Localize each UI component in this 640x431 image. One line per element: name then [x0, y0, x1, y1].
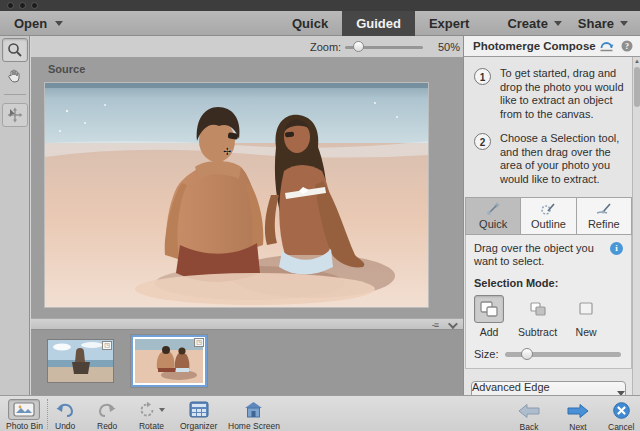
taskbar-divider [47, 399, 48, 429]
tools-sidebar [0, 36, 30, 395]
mode-tabs: Quick Guided Expert [278, 11, 483, 36]
chevron-down-icon [55, 21, 63, 26]
zoom-label: Zoom: [310, 41, 341, 53]
close-window-icon[interactable] [7, 2, 14, 9]
back-button[interactable]: Back [518, 400, 540, 431]
tool-tab-refine-label: Refine [588, 218, 620, 230]
step-2-number: 2 [474, 133, 491, 150]
tool-tab-outline[interactable]: Outline [521, 198, 576, 234]
next-button[interactable]: Next [567, 400, 589, 431]
editor-canvas[interactable]: Source [31, 58, 463, 318]
step-2-text: Choose a Selection tool, and then drag o… [500, 132, 627, 186]
back-label: Back [520, 422, 539, 431]
bottom-taskbar: Photo Bin Undo Redo Rotate [0, 395, 640, 431]
back-arrow-icon [518, 403, 540, 419]
organizer-icon [189, 401, 209, 418]
create-button[interactable]: Create [507, 11, 561, 36]
right-menu: Create Share [507, 11, 628, 36]
move-icon [7, 107, 23, 123]
redo-button[interactable]: Redo [97, 399, 117, 431]
organizer-button[interactable]: Organizer [180, 399, 217, 431]
step-2: 2 Choose a Selection tool, and then drag… [470, 132, 627, 186]
next-label: Next [569, 422, 586, 431]
photo-bin-panel: ◳ ◳ [31, 330, 463, 395]
advanced-edge-refinement-button[interactable]: Advanced Edge Refinement [471, 381, 626, 395]
panel-scrollbar[interactable]: ▲ [632, 57, 640, 395]
tab-guided[interactable]: Guided [342, 11, 415, 36]
photo-thumbnail-1[interactable]: ◳ [47, 339, 114, 383]
minimize-window-icon[interactable] [19, 2, 26, 9]
organizer-label: Organizer [180, 421, 217, 431]
svg-text:?: ? [625, 42, 629, 51]
scrollbar-thumb[interactable] [634, 67, 640, 107]
selection-tool-tabs: Quick Outline Refine [465, 197, 632, 235]
cancel-button[interactable]: Cancel [608, 400, 634, 431]
photo-bin-label: Photo Bin [6, 421, 43, 431]
next-arrow-icon [567, 403, 589, 419]
beach-couple-photo [45, 83, 428, 307]
rotate-dropdown-icon[interactable] [159, 408, 165, 412]
mode-add-label: Add [480, 326, 499, 338]
undo-icon [55, 401, 75, 418]
home-icon [244, 401, 263, 418]
tab-quick[interactable]: Quick [278, 11, 342, 36]
size-label: Size: [474, 348, 498, 360]
zoom-tool-button[interactable] [2, 38, 28, 62]
reset-panel-icon[interactable] [599, 40, 614, 52]
home-screen-button[interactable]: Home Screen [228, 399, 280, 431]
hand-tool-button[interactable] [2, 64, 28, 88]
tool-tab-refine[interactable]: Refine [577, 198, 631, 234]
chevron-down-icon [554, 21, 562, 26]
tool-tab-quick[interactable]: Quick [466, 198, 521, 234]
bin-options-menu-icon[interactable]: -≡ [432, 320, 438, 330]
top-menu-bar: Open Quick Guided Expert Create Share [0, 11, 640, 36]
cancel-icon [613, 402, 630, 419]
panel-header: Photomerge Compose ? [464, 36, 640, 57]
size-slider-thumb[interactable] [521, 348, 533, 360]
collapse-bin-chevron-icon[interactable] [448, 319, 458, 329]
tool-tab-outline-label: Outline [531, 218, 566, 230]
mode-subtract-label: Subtract [518, 326, 557, 338]
window-controls[interactable] [7, 2, 38, 9]
photo-bin-icon [13, 402, 35, 417]
move-tool-button[interactable] [2, 103, 28, 127]
source-photo[interactable] [44, 82, 429, 308]
help-icon[interactable]: ? [621, 40, 633, 52]
mode-new-label: New [576, 326, 597, 338]
zoom-slider[interactable] [345, 46, 423, 49]
tab-expert[interactable]: Expert [415, 11, 483, 36]
step-1: 1 To get started, drag and drop the phot… [470, 67, 627, 121]
brush-size-row: Size: [474, 348, 623, 360]
guided-steps: 1 To get started, drag and drop the phot… [464, 57, 633, 186]
rotate-button[interactable]: Rotate [138, 399, 165, 431]
mode-subtract-button[interactable]: Subtract [518, 295, 557, 338]
window-titlebar [0, 0, 640, 11]
thumbnail-badge-icon: ◳ [102, 341, 112, 350]
rotate-icon [138, 401, 156, 419]
open-button[interactable]: Open [14, 11, 63, 36]
size-slider[interactable] [505, 352, 621, 357]
undo-button[interactable]: Undo [55, 399, 75, 431]
photo-bin-button[interactable]: Photo Bin [6, 399, 43, 431]
maximize-window-icon[interactable] [31, 2, 38, 9]
scroll-up-icon[interactable]: ▲ [633, 57, 640, 66]
zoom-value: 50% [438, 41, 460, 53]
info-icon[interactable]: i [610, 242, 623, 255]
photo-thumbnail-2-selected[interactable]: ◳ [131, 335, 207, 387]
photo-bin-divider: -≡ [31, 318, 463, 330]
mode-new-button[interactable]: New [571, 295, 601, 338]
selection-mode-label: Selection Mode: [474, 277, 623, 289]
panel-body: 1 To get started, drag and drop the phot… [464, 57, 633, 395]
add-mode-icon [479, 300, 499, 318]
zoom-slider-thumb[interactable] [353, 41, 364, 52]
outline-selection-icon [540, 202, 556, 216]
source-label: Source [48, 63, 85, 75]
photoshop-elements-window: { "menu_bar": { "open_label": "Open", "t… [0, 0, 640, 431]
mode-add-button[interactable]: Add [474, 295, 504, 338]
selection-modes: Add Subtract [474, 295, 623, 338]
share-button[interactable]: Share [578, 11, 628, 36]
chevron-down-icon [620, 21, 628, 26]
open-label: Open [14, 16, 47, 31]
undo-label: Undo [55, 421, 75, 431]
share-label: Share [578, 16, 614, 31]
